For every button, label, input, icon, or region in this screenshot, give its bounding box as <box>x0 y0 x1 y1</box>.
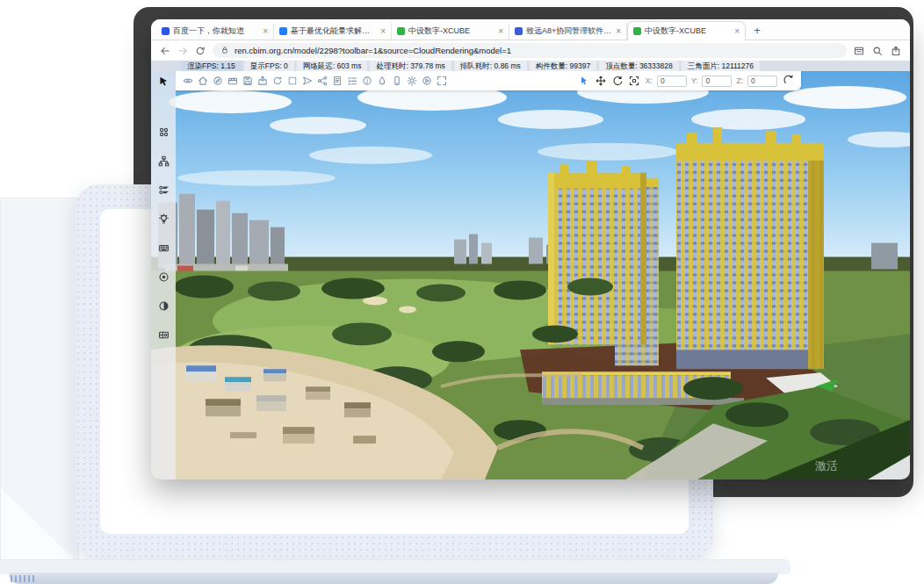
stat-chip: 三角面片: 12111276 <box>682 61 760 71</box>
browser-tab[interactable]: 百度一下，你就知道× <box>156 23 274 40</box>
back-icon[interactable] <box>160 46 170 56</box>
keyboard-icon[interactable] <box>158 242 170 254</box>
tab-title: 中设数字-XCUBE <box>645 25 731 37</box>
stat-chip: 渲染FPS: 1.15 <box>181 61 242 71</box>
camera-tool-group <box>579 76 639 86</box>
mobile-icon[interactable] <box>392 76 402 86</box>
tab-strip: 百度一下，你就知道×基于最优化能量求解线路距离方×中设数字-XCUBE×致远A8… <box>151 19 910 40</box>
gear-icon[interactable] <box>407 76 417 86</box>
laptop-base-lip <box>9 573 778 584</box>
activate-watermark: 激活 <box>815 459 838 472</box>
document-icon[interactable] <box>332 76 343 86</box>
rotate-icon[interactable] <box>612 76 623 86</box>
background-card <box>0 198 79 564</box>
baidu-favicon-icon <box>162 27 170 35</box>
toggle-list-icon[interactable] <box>158 184 170 196</box>
browser-tab[interactable]: 基于最优化能量求解线路距离方× <box>274 23 392 40</box>
a8-favicon-icon <box>515 27 523 35</box>
orbit-icon[interactable] <box>783 75 794 85</box>
hierarchy-icon[interactable] <box>158 155 170 167</box>
scene-3d-view[interactable]: 激活 <box>151 71 910 479</box>
camera-controls: X:Y:Z: <box>579 73 794 89</box>
select-cursor-icon[interactable] <box>579 76 589 86</box>
omnibox[interactable]: ren.cbim.org.cn/model/2298?toolbar=1&sou… <box>213 43 847 58</box>
stat-chip: 网络延迟: 603 ms <box>297 61 368 71</box>
tab-title: 致远A8+协同管理软件 V8.0SP2 <box>526 25 612 37</box>
stat-chip: 显示FPS: 0 <box>244 61 294 71</box>
axis-label: Z: <box>736 76 743 85</box>
video-icon[interactable] <box>227 76 238 86</box>
move-icon[interactable] <box>596 76 606 86</box>
right-tower <box>676 127 824 369</box>
tab-close-button[interactable]: × <box>263 27 268 36</box>
lock-slot <box>220 46 229 56</box>
share-nodes-icon[interactable] <box>317 76 328 86</box>
decorative-marks <box>11 575 37 582</box>
toolbar-icon-group <box>183 76 447 86</box>
left-tower <box>548 161 646 345</box>
address-bar-row: ren.cbim.org.cn/model/2298?toolbar=1&sou… <box>151 40 910 61</box>
lock-icon <box>220 46 229 54</box>
compass-icon[interactable] <box>213 76 223 86</box>
bulb-icon[interactable] <box>158 213 170 225</box>
browser-tab[interactable]: 中设数字-XCUBE× <box>627 21 746 40</box>
target-icon[interactable] <box>158 271 170 283</box>
tail-tool-slot <box>783 73 794 89</box>
info-icon[interactable] <box>362 76 372 86</box>
stat-chip: 排队耗时: 0.86 ms <box>454 61 527 71</box>
play-icon[interactable] <box>422 76 432 86</box>
fly-icon[interactable] <box>302 76 313 86</box>
tab-close-button[interactable]: × <box>734 27 740 36</box>
share-icon[interactable] <box>891 46 901 56</box>
browser-actions <box>854 46 901 56</box>
axis-y-input[interactable] <box>702 76 732 87</box>
browser-tab[interactable]: 致远A8+协同管理软件 V8.0SP2× <box>509 23 627 40</box>
export-icon[interactable] <box>257 76 268 86</box>
sidebar-icons <box>158 126 170 341</box>
axis-x-input[interactable] <box>657 76 687 87</box>
stat-chip: 顶点数量: 36333828 <box>599 61 679 71</box>
sidebar-back-button[interactable] <box>151 71 176 90</box>
stat-chip: 处理耗时: 379.78 ms <box>370 61 451 71</box>
card-fold <box>1 488 78 563</box>
drop-icon[interactable] <box>377 76 387 86</box>
forward-icon[interactable] <box>177 46 188 56</box>
nav-buttons <box>160 46 206 56</box>
csdn-favicon-icon <box>279 27 287 35</box>
fullscreen-icon[interactable] <box>437 76 447 86</box>
reload-icon[interactable] <box>195 46 206 56</box>
xcube-favicon-icon <box>633 27 641 35</box>
checklist-icon[interactable] <box>347 76 357 86</box>
select-box-icon[interactable] <box>287 76 298 86</box>
focus-icon[interactable] <box>629 76 639 86</box>
magnifier-icon[interactable] <box>872 46 883 56</box>
redo-icon[interactable] <box>272 76 283 86</box>
contrast-icon[interactable] <box>158 300 170 312</box>
tab-close-button[interactable]: × <box>498 27 503 36</box>
render-stats-bar: 渲染FPS: 1.15显示FPS: 0网络延迟: 603 ms处理耗时: 379… <box>151 61 910 71</box>
axis-label: X: <box>646 76 653 85</box>
tab-close-button[interactable]: × <box>616 27 621 36</box>
eye-icon[interactable] <box>183 76 193 86</box>
axis-fields: X:Y:Z: <box>646 76 777 87</box>
apps-icon[interactable] <box>158 126 170 138</box>
home-icon[interactable] <box>198 76 208 86</box>
browser-tab[interactable]: 中设数字-XCUBE× <box>392 23 509 40</box>
film-icon[interactable] <box>158 329 170 341</box>
reader-icon[interactable] <box>854 46 864 56</box>
stat-chip: 构件数量: 99397 <box>530 61 596 71</box>
save-icon[interactable] <box>242 76 253 86</box>
tab-title: 基于最优化能量求解线路距离方 <box>291 25 377 37</box>
browser-window: 百度一下，你就知道×基于最优化能量求解线路距离方×中设数字-XCUBE×致远A8… <box>151 19 910 479</box>
axis-label: Y: <box>691 76 698 85</box>
axis-z-input[interactable] <box>747 76 777 87</box>
back-cursor-icon <box>158 76 170 87</box>
viewer-toolbar: X:Y:Z: <box>176 71 801 90</box>
new-tab-button[interactable]: + <box>749 22 765 38</box>
tab-title: 百度一下，你就知道 <box>173 25 259 37</box>
tab-title: 中设数字-XCUBE <box>408 25 494 37</box>
tab-close-button[interactable]: × <box>380 27 386 36</box>
url-text[interactable]: ren.cbim.org.cn/model/2298?toolbar=1&sou… <box>235 46 511 55</box>
model-viewer: 激活 X:Y:Z: <box>151 71 910 479</box>
xcube-favicon-icon <box>397 27 405 35</box>
